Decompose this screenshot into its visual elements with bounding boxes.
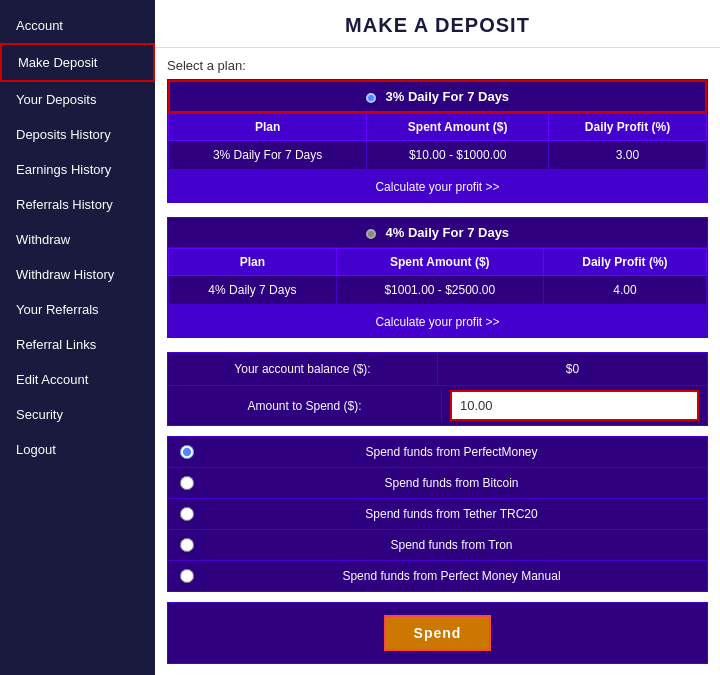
plan1-col-spent: Spent Amount ($) <box>367 114 549 141</box>
plan1-data-row: 3% Daily For 7 Days $10.00 - $1000.00 3.… <box>169 141 707 170</box>
plan2-col-spent: Spent Amount ($) <box>336 249 543 276</box>
sidebar-item-deposits-history[interactable]: Deposits History <box>0 117 155 152</box>
sidebar-item-earnings-history[interactable]: Earnings History <box>0 152 155 187</box>
plan1-col-profit: Daily Profit (%) <box>548 114 706 141</box>
spend-options: Spend funds from PerfectMoney Spend fund… <box>167 436 708 592</box>
plan2-name: 4% Daily 7 Days <box>169 276 337 305</box>
plan2-col-plan: Plan <box>169 249 337 276</box>
plan-card-2: 4% Daily For 7 Days Plan Spent Amount ($… <box>167 217 708 338</box>
sidebar-item-referral-links[interactable]: Referral Links <box>0 327 155 362</box>
plan1-calc-row: Calculate your profit >> <box>168 170 707 202</box>
balance-label: Your account balance ($): <box>168 353 438 385</box>
amount-row: Amount to Spend ($): <box>168 386 707 425</box>
spend-label-pm: Spend funds from PerfectMoney <box>208 445 695 459</box>
spend-section: Spend <box>167 602 708 664</box>
sidebar-item-security[interactable]: Security <box>0 397 155 432</box>
main-content: MAKE A DEPOSIT Select a plan: 3% Daily F… <box>155 0 720 675</box>
amount-input[interactable] <box>450 390 699 421</box>
spend-radio-pmmanual[interactable] <box>180 569 194 583</box>
sidebar-item-your-deposits[interactable]: Your Deposits <box>0 82 155 117</box>
amount-input-wrapper <box>442 386 707 425</box>
plan1-col-plan: Plan <box>169 114 367 141</box>
spend-button[interactable]: Spend <box>384 615 492 651</box>
sidebar-item-withdraw[interactable]: Withdraw <box>0 222 155 257</box>
spend-label-pmmanual: Spend funds from Perfect Money Manual <box>208 569 695 583</box>
plan1-calc-link[interactable]: Calculate your profit >> <box>375 180 499 194</box>
content-area: Select a plan: 3% Daily For 7 Days Plan … <box>155 48 720 674</box>
plan2-col-profit: Daily Profit (%) <box>543 249 706 276</box>
plan2-calc-link[interactable]: Calculate your profit >> <box>375 315 499 329</box>
sidebar-item-referrals-history[interactable]: Referrals History <box>0 187 155 222</box>
sidebar-item-your-referrals[interactable]: Your Referrals <box>0 292 155 327</box>
sidebar: Account Make Deposit Your Deposits Depos… <box>0 0 155 675</box>
spend-radio-tron[interactable] <box>180 538 194 552</box>
spend-radio-trc20[interactable] <box>180 507 194 521</box>
spend-option-tron[interactable]: Spend funds from Tron <box>168 530 707 561</box>
plan1-name: 3% Daily For 7 Days <box>169 141 367 170</box>
sidebar-item-account[interactable]: Account <box>0 8 155 43</box>
plan2-header-label: 4% Daily For 7 Days <box>386 225 510 240</box>
spend-radio-pm[interactable] <box>180 445 194 459</box>
spend-option-trc20[interactable]: Spend funds from Tether TRC20 <box>168 499 707 530</box>
sidebar-item-edit-account[interactable]: Edit Account <box>0 362 155 397</box>
spend-option-pmmanual[interactable]: Spend funds from Perfect Money Manual <box>168 561 707 591</box>
balance-section: Your account balance ($): $0 Amount to S… <box>167 352 708 426</box>
plan1-radio-dot <box>366 93 376 103</box>
plan2-header[interactable]: 4% Daily For 7 Days <box>168 218 707 248</box>
balance-value: $0 <box>438 353 707 385</box>
plan2-data-row: 4% Daily 7 Days $1001.00 - $2500.00 4.00 <box>169 276 707 305</box>
spend-option-btc[interactable]: Spend funds from Bitcoin <box>168 468 707 499</box>
plan2-calc-row: Calculate your profit >> <box>168 305 707 337</box>
plan1-header[interactable]: 3% Daily For 7 Days <box>168 80 707 113</box>
spend-label-btc: Spend funds from Bitcoin <box>208 476 695 490</box>
plan-card-1: 3% Daily For 7 Days Plan Spent Amount ($… <box>167 79 708 203</box>
plan1-profit: 3.00 <box>548 141 706 170</box>
sidebar-item-logout[interactable]: Logout <box>0 432 155 467</box>
plan2-radio-dot <box>366 229 376 239</box>
plan2-profit: 4.00 <box>543 276 706 305</box>
spend-label-tron: Spend funds from Tron <box>208 538 695 552</box>
select-plan-label: Select a plan: <box>167 58 708 73</box>
plan2-spent: $1001.00 - $2500.00 <box>336 276 543 305</box>
plan1-spent: $10.00 - $1000.00 <box>367 141 549 170</box>
sidebar-item-make-deposit[interactable]: Make Deposit <box>0 43 155 82</box>
sidebar-item-withdraw-history[interactable]: Withdraw History <box>0 257 155 292</box>
balance-row: Your account balance ($): $0 <box>168 353 707 386</box>
plan2-table: Plan Spent Amount ($) Daily Profit (%) 4… <box>168 248 707 305</box>
spend-radio-btc[interactable] <box>180 476 194 490</box>
page-title: MAKE A DEPOSIT <box>155 0 720 48</box>
plan1-table: Plan Spent Amount ($) Daily Profit (%) 3… <box>168 113 707 170</box>
amount-label: Amount to Spend ($): <box>168 390 442 422</box>
spend-option-pm[interactable]: Spend funds from PerfectMoney <box>168 437 707 468</box>
plan1-header-row: Plan Spent Amount ($) Daily Profit (%) <box>169 114 707 141</box>
plan1-header-label: 3% Daily For 7 Days <box>386 89 510 104</box>
spend-label-trc20: Spend funds from Tether TRC20 <box>208 507 695 521</box>
plan2-header-row: Plan Spent Amount ($) Daily Profit (%) <box>169 249 707 276</box>
